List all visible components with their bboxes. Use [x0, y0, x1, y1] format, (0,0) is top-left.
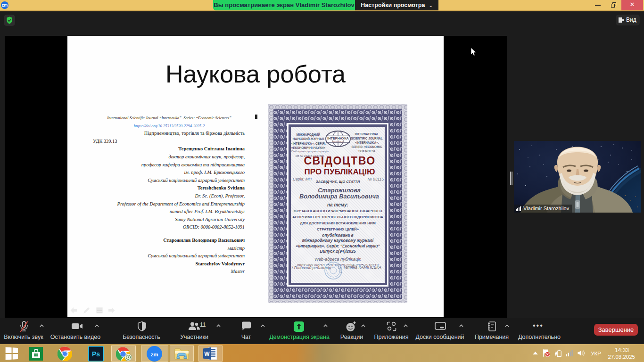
- svg-text:W: W: [204, 351, 210, 357]
- svg-text:Видавничий дім: Видавничий дім: [332, 141, 345, 143]
- svg-text:zm: zm: [150, 351, 158, 357]
- svg-text:Ps: Ps: [92, 350, 100, 358]
- svg-text:ІНТЕРНАУКА: ІНТЕРНАУКА: [327, 136, 349, 140]
